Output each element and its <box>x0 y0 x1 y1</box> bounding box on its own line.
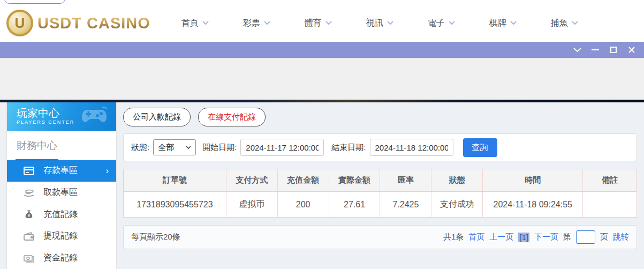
minimize-button[interactable] <box>588 44 602 56</box>
sidebar-item-label: 存款專區 <box>43 165 78 176</box>
prev-page-link[interactable]: 上一页 <box>489 232 513 242</box>
col-status: 狀態 <box>431 169 483 192</box>
window-titlebar <box>0 42 644 58</box>
status-select-value: 全部 <box>158 143 174 153</box>
status-select[interactable]: 全部 <box>153 139 196 155</box>
nav-label: 視訊 <box>366 18 383 29</box>
collapse-button[interactable] <box>570 44 584 56</box>
nav-item-slots[interactable]: 電子 <box>428 12 455 34</box>
svg-text:¥: ¥ <box>28 213 31 218</box>
hand-coin-icon <box>23 189 35 197</box>
sidebar-item-label: 提現記錄 <box>43 230 78 242</box>
money-bag-icon: ¥ <box>23 210 35 219</box>
end-date-input[interactable] <box>370 139 453 156</box>
cell-remark <box>583 192 637 218</box>
sidebar-item-fund-records[interactable]: 資金記錄 <box>7 247 116 269</box>
cell-payment-method: 虚拟币 <box>226 192 277 218</box>
nav-label: 彩票 <box>243 18 260 29</box>
nav-item-lottery[interactable]: 彩票 <box>243 12 270 34</box>
start-date-label: 開始日期: <box>202 143 237 153</box>
nav-item-live[interactable]: 視訊 <box>366 12 393 34</box>
col-time: 時間 <box>483 169 583 192</box>
chevron-down-icon <box>186 146 191 150</box>
nav-item-fishing[interactable]: 捕魚 <box>551 12 578 34</box>
cell-status: 支付成功 <box>431 192 483 218</box>
close-button[interactable] <box>625 44 639 56</box>
nav-label: 棋牌 <box>489 18 506 29</box>
col-exchange-rate: 匯率 <box>380 169 431 192</box>
nav-label: 電子 <box>428 18 445 29</box>
main-nav: 首頁 彩票 體育 視訊 電子 棋牌 捕魚 <box>181 12 612 34</box>
table-row: 1731893095455723 虚拟币 200 27.61 7.2425 支付… <box>124 192 637 218</box>
brand-name: USDT CASINO <box>37 14 150 32</box>
player-center-sidebar: 玩家中心 PLAYERS CENTER 財務中心 存款專區 › 取款專區 <box>6 102 117 269</box>
gamepad-icon <box>81 107 109 125</box>
jump-suffix-label: 页 <box>600 232 608 242</box>
maximize-button[interactable] <box>607 44 620 56</box>
first-page-link[interactable]: 首页 <box>468 232 484 242</box>
record-tabs: 公司入款記錄 在線支付記錄 <box>123 108 637 126</box>
chevron-down-icon <box>510 21 517 25</box>
brand-logo[interactable]: U USDT CASINO <box>6 10 150 36</box>
cell-recharge-amount: 200 <box>277 192 329 218</box>
next-page-link[interactable]: 下一页 <box>534 232 558 242</box>
nav-item-cards[interactable]: 棋牌 <box>489 12 517 34</box>
site-header: U USDT CASINO 首頁 彩票 體育 視訊 電子 棋牌 捕魚 <box>0 4 644 42</box>
bank-card-icon <box>23 167 35 175</box>
current-page-indicator[interactable]: [1] <box>518 233 529 242</box>
nav-item-sports[interactable]: 體育 <box>305 12 332 34</box>
col-recharge-amount: 充值金額 <box>277 169 329 192</box>
chevron-down-icon <box>572 21 578 25</box>
sidebar-item-label: 資金記錄 <box>43 252 78 264</box>
jump-button[interactable]: 跳转 <box>613 232 629 242</box>
records-content: 公司入款記錄 在線支付記錄 狀態: 全部 開始日期: 結束日期: 查詢 訂單號 <box>117 102 644 269</box>
cell-time: 2024-11-18 09:24:55 <box>483 192 583 218</box>
logo-circle-icon: U <box>6 10 33 36</box>
start-date-input[interactable] <box>240 139 324 156</box>
table-header-row: 訂單號 支付方式 充值金額 實際金額 匯率 狀態 時間 備註 <box>124 169 637 192</box>
search-button[interactable]: 查詢 <box>463 138 497 157</box>
logo-letter: U <box>15 15 25 32</box>
col-remark: 備註 <box>583 169 637 192</box>
nav-label: 體育 <box>305 18 322 29</box>
page-jump-input[interactable] <box>576 230 595 244</box>
chevron-down-icon <box>387 21 393 25</box>
chevron-right-icon: › <box>106 166 109 176</box>
total-count-text: 共1条 <box>443 232 464 242</box>
nav-item-home[interactable]: 首頁 <box>181 12 209 34</box>
end-date-label: 結束日期: <box>331 143 366 153</box>
pagination-controls: 共1条 首页 上一页 [1] 下一页 第 页 跳转 <box>443 230 629 244</box>
close-icon <box>628 46 635 54</box>
cell-order-number: 1731893095455723 <box>124 192 226 218</box>
jump-prefix-label: 第 <box>563 232 571 242</box>
filter-bar: 狀態: 全部 開始日期: 結束日期: 查詢 <box>123 133 637 161</box>
col-actual-amount: 實際金額 <box>329 169 380 192</box>
main-area: 玩家中心 PLAYERS CENTER 財務中心 存款專區 › 取款專區 <box>0 102 644 269</box>
page-spacer <box>0 58 644 100</box>
sidebar-item-withdrawal-records[interactable]: 提現記錄 <box>7 226 116 248</box>
wallet-icon <box>23 232 35 241</box>
tab-company-deposit-records[interactable]: 公司入款記錄 <box>123 108 191 126</box>
col-order-number: 訂單號 <box>124 169 226 192</box>
sidebar-item-deposit-zone[interactable]: 存款專區 › <box>7 160 116 182</box>
chevron-down-icon <box>325 21 332 25</box>
nav-label: 首頁 <box>181 18 199 29</box>
sidebar-item-label: 取款專區 <box>43 187 78 198</box>
cell-exchange-rate: 7.2425 <box>380 192 431 218</box>
page-size-text: 每頁顯示20條 <box>131 232 180 242</box>
cell-actual-amount: 27.61 <box>329 192 380 218</box>
maximize-icon <box>610 47 617 53</box>
banknote-icon <box>23 254 35 263</box>
finance-section-title: 財務中心 <box>7 131 116 160</box>
sidebar-item-withdraw-zone[interactable]: 取款專區 <box>7 182 116 204</box>
sidebar-item-recharge-records[interactable]: ¥ 充值記錄 <box>7 204 116 226</box>
col-payment-method: 支付方式 <box>226 169 277 192</box>
status-label: 狀態: <box>131 143 149 153</box>
top-strip <box>0 0 644 4</box>
sidebar-header: 玩家中心 PLAYERS CENTER <box>7 102 116 131</box>
payment-records-table: 訂單號 支付方式 充值金額 實際金額 匯率 狀態 時間 備註 173189309… <box>123 169 637 218</box>
chevron-down-icon <box>573 48 581 53</box>
chevron-down-icon <box>264 21 270 25</box>
nav-label: 捕魚 <box>551 18 568 29</box>
tab-online-payment-records[interactable]: 在線支付記錄 <box>198 108 266 126</box>
